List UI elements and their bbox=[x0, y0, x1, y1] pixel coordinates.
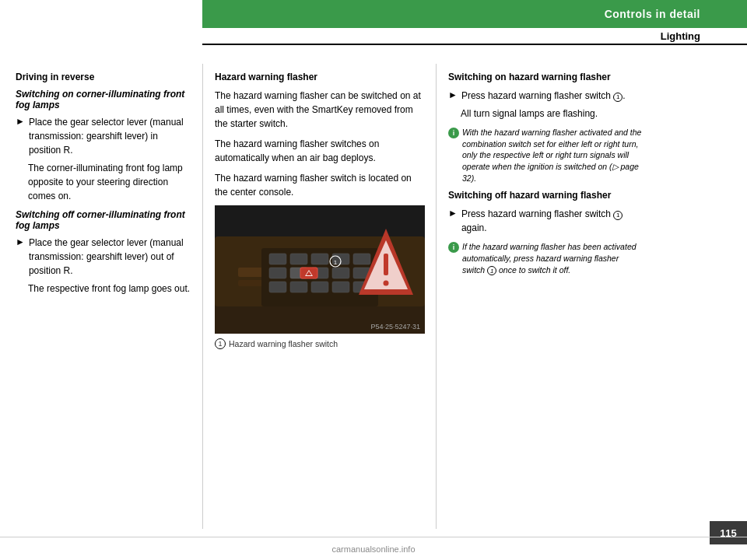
section1-note: The corner-illuminating front fog lamp o… bbox=[28, 161, 191, 203]
mid-para1: The hazard warning flasher can be switch… bbox=[215, 89, 424, 131]
mid-para3: The hazard warning flasher switch is loc… bbox=[215, 171, 424, 199]
left-main-title: Driving in reverse bbox=[16, 72, 191, 82]
image-circle-num: 1 bbox=[215, 338, 226, 349]
mid-para2: The hazard warning flasher switches on a… bbox=[215, 137, 424, 165]
image-ref: P54·25·5247·31 bbox=[370, 323, 420, 331]
right-section1-bullet-text: Press hazard warning flasher switch 1. bbox=[461, 89, 626, 103]
info-text-2: If the hazard warning flasher has been a… bbox=[462, 241, 642, 275]
footer-text: carmanualsonline.info bbox=[331, 544, 415, 554]
svg-rect-19 bbox=[332, 282, 349, 292]
svg-rect-18 bbox=[311, 282, 328, 292]
section2-bullet-item: ► Place the gear selector lever (manual … bbox=[16, 236, 191, 278]
image-label-text: Hazard warning flasher switch bbox=[229, 339, 338, 348]
bullet-arrow-3: ► bbox=[448, 89, 458, 103]
right-section2-bullet-text: Press hazard warning flasher switch 1 ag… bbox=[461, 207, 642, 235]
subheader-subtitle: Lighting bbox=[661, 30, 700, 42]
svg-rect-11 bbox=[269, 268, 286, 278]
svg-rect-8 bbox=[311, 254, 328, 264]
bullet-arrow-2: ► bbox=[16, 236, 25, 278]
info-block-1: i With the hazard warning flasher activa… bbox=[448, 127, 642, 184]
right-section1-bullet-span: Press hazard warning flasher switch bbox=[461, 90, 611, 101]
info-icon-2: i bbox=[448, 242, 459, 253]
right-section2-suffix: again. bbox=[461, 222, 487, 233]
svg-rect-14 bbox=[332, 268, 349, 278]
mid-title: Hazard warning flasher bbox=[215, 72, 424, 82]
dashboard-image: 1 P54·25·5247·31 bbox=[215, 205, 425, 334]
right-section1-bullet: ► Press hazard warning flasher switch 1. bbox=[448, 89, 642, 103]
svg-rect-16 bbox=[269, 282, 286, 292]
content-area: Driving in reverse Switching on corner-i… bbox=[0, 56, 747, 529]
info-icon-1: i bbox=[448, 128, 459, 138]
right-section2-bullet: ► Press hazard warning flasher switch 1 … bbox=[448, 207, 642, 235]
section1-bullet-item: ► Place the gear selector lever (manual … bbox=[16, 115, 191, 157]
svg-rect-6 bbox=[269, 254, 286, 264]
section2-bullet-text: Place the gear selector lever (manual tr… bbox=[29, 236, 191, 278]
svg-text:1: 1 bbox=[334, 259, 338, 266]
section2-note: The respective front fog lamp goes out. bbox=[28, 282, 191, 296]
col-mid: Hazard warning flasher The hazard warnin… bbox=[202, 64, 436, 529]
bullet-arrow-1: ► bbox=[16, 116, 25, 157]
info-text-1: With the hazard warning flasher activate… bbox=[462, 127, 642, 184]
subheader-bar: Lighting bbox=[202, 28, 747, 45]
section2-title: Switching off corner-illuminating front … bbox=[16, 209, 191, 231]
right-section1-circle: 1 bbox=[613, 93, 622, 102]
col-right: Switching on hazard warning flasher ► Pr… bbox=[436, 64, 654, 529]
section1-title: Switching on corner-illuminating front f… bbox=[16, 89, 191, 110]
svg-rect-29 bbox=[384, 254, 388, 275]
right-section1-note: All turn signal lamps are flashing. bbox=[461, 107, 642, 121]
bullet-arrow-4: ► bbox=[448, 208, 458, 235]
dashboard-svg: 1 bbox=[215, 205, 425, 334]
right-section2-circle: 1 bbox=[613, 211, 622, 220]
info2-suffix-span: once to switch it off. bbox=[499, 265, 570, 275]
info2-circle: 1 bbox=[487, 266, 496, 275]
footer: carmanualsonline.info bbox=[0, 537, 747, 560]
col-left: Driving in reverse Switching on corner-i… bbox=[0, 64, 202, 529]
image-caption: 1 Hazard warning flasher switch bbox=[215, 338, 424, 349]
right-section2-bullet-span: Press hazard warning flasher switch bbox=[461, 208, 611, 219]
header-bar: Controls in detail bbox=[202, 0, 747, 28]
info-block-2: i If the hazard warning flasher has been… bbox=[448, 241, 642, 275]
svg-rect-7 bbox=[290, 254, 307, 264]
svg-rect-10 bbox=[353, 254, 370, 264]
header-title: Controls in detail bbox=[605, 8, 700, 20]
svg-point-30 bbox=[384, 281, 389, 286]
svg-rect-17 bbox=[290, 282, 307, 292]
header-left-spacer bbox=[0, 0, 202, 45]
section1-bullet-text: Place the gear selector lever (manual tr… bbox=[29, 115, 191, 157]
right-section2-title: Switching off hazard warning flasher bbox=[448, 190, 642, 201]
right-section1-title: Switching on hazard warning flasher bbox=[448, 72, 642, 82]
